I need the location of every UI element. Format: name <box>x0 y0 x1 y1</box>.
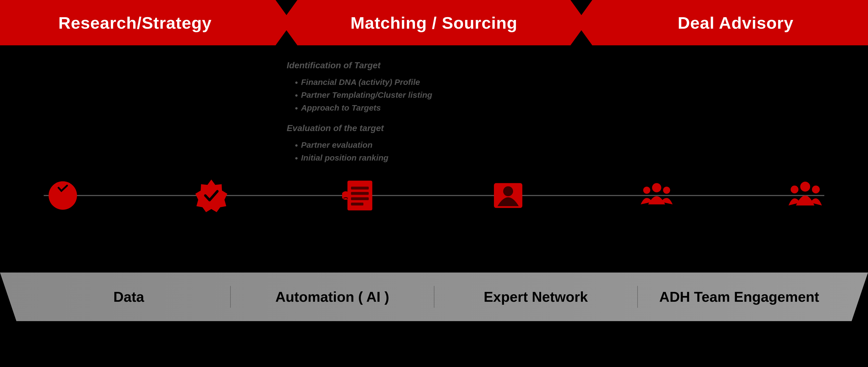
bottom-label-expert: Expert Network <box>434 288 637 305</box>
bottom-banner-inner: Data Automation ( AI ) Expert Network AD… <box>0 286 868 308</box>
bottom-label-automation: Automation ( AI ) <box>231 288 434 305</box>
document-list-icon <box>342 178 378 213</box>
team-icon <box>787 178 823 213</box>
content-area: Identification of Target Financial DNA (… <box>0 45 868 321</box>
svg-marker-0 <box>195 180 227 212</box>
section1-title: Identification of Target <box>287 60 587 70</box>
svg-rect-4 <box>351 197 369 200</box>
svg-point-14 <box>812 186 820 193</box>
bullet-2: Partner Templating/Cluster listing <box>295 89 587 101</box>
section2-title: Evaluation of the target <box>287 123 587 133</box>
svg-point-8 <box>503 186 513 196</box>
banner-research: Research/Strategy <box>0 0 292 45</box>
svg-point-10 <box>643 187 650 194</box>
timeline-node-3 <box>341 176 379 215</box>
top-banner: Research/Strategy Matching / Sourcing De… <box>0 0 868 45</box>
bottom-banner-wrapper: Data Automation ( AI ) Expert Network AD… <box>0 273 868 321</box>
divider-3 <box>637 286 638 308</box>
timeline-node-4 <box>489 176 527 215</box>
section2-bullets: Partner evaluation Initial position rank… <box>287 139 587 164</box>
matching-label: Matching / Sourcing <box>350 13 517 32</box>
svg-point-9 <box>652 183 661 192</box>
timeline-row <box>0 174 868 217</box>
divider-2 <box>434 286 434 308</box>
svg-rect-5 <box>351 203 364 205</box>
bullet-3: Approach to Targets <box>295 101 587 115</box>
svg-rect-2 <box>351 187 369 189</box>
user-card-icon <box>490 178 526 213</box>
banner-deal: Deal Advisory <box>576 0 868 45</box>
banner-matching: Matching / Sourcing <box>281 0 587 45</box>
matching-text-block: Identification of Target Financial DNA (… <box>287 60 587 173</box>
group-icon <box>639 178 674 213</box>
timeline-node-5 <box>638 176 676 215</box>
section1-bullets: Financial DNA (activity) Profile Partner… <box>287 76 587 115</box>
timeline-node-2 <box>192 176 230 215</box>
timeline-node-6 <box>786 176 824 215</box>
svg-point-11 <box>663 187 670 194</box>
svg-rect-3 <box>351 192 369 195</box>
bullet-1: Financial DNA (activity) Profile <box>295 76 587 89</box>
deal-label: Deal Advisory <box>678 13 794 32</box>
timeline-nodes <box>44 176 824 215</box>
badge-check-icon <box>194 178 229 213</box>
svg-rect-1 <box>347 181 372 210</box>
divider-1 <box>230 286 231 308</box>
research-label: Research/Strategy <box>58 13 212 32</box>
bottom-banner: Data Automation ( AI ) Expert Network AD… <box>0 273 868 321</box>
bullet-5: Initial position ranking <box>295 152 587 164</box>
svg-point-13 <box>791 186 799 193</box>
timeline-node-1 <box>44 176 82 215</box>
bottom-label-adh: ADH Team Engagement <box>638 288 841 305</box>
bottom-label-data: Data <box>27 288 230 305</box>
chart-pie-icon <box>45 178 81 213</box>
svg-point-12 <box>800 182 810 191</box>
bullet-4: Partner evaluation <box>295 139 587 152</box>
